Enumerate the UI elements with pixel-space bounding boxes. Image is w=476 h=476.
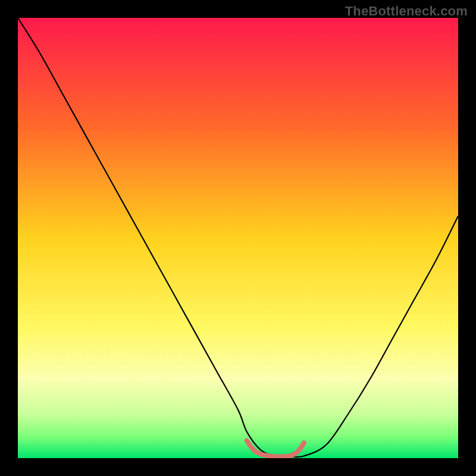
bottleneck-chart [18,18,458,458]
chart-frame: TheBottleneck.com [0,0,476,476]
chart-background [18,18,458,458]
plot-area [18,18,458,458]
watermark-text: TheBottleneck.com [345,4,468,19]
